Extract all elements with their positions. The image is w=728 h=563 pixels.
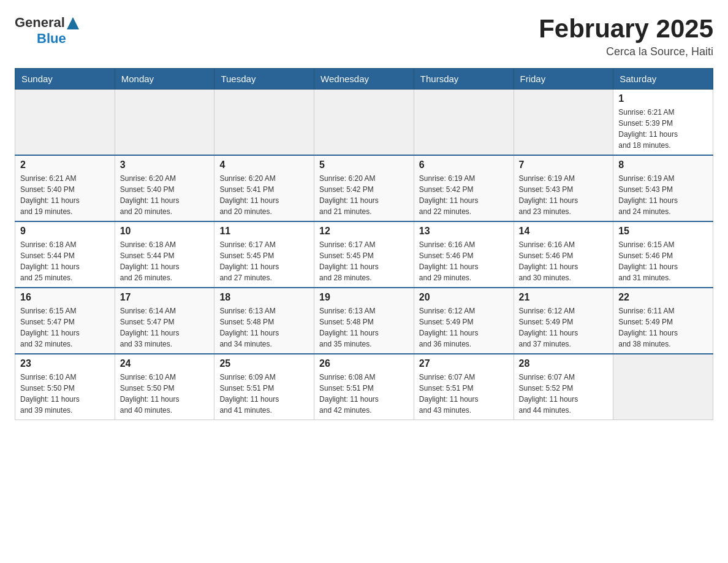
calendar-cell: 2Sunrise: 6:21 AM Sunset: 5:40 PM Daylig… (15, 155, 115, 221)
day-info: Sunrise: 6:16 AM Sunset: 5:46 PM Dayligh… (419, 239, 509, 283)
day-number: 7 (519, 159, 609, 170)
day-number: 9 (20, 226, 110, 237)
calendar-cell: 6Sunrise: 6:19 AM Sunset: 5:42 PM Daylig… (414, 155, 514, 221)
day-number: 23 (20, 358, 110, 369)
day-info: Sunrise: 6:13 AM Sunset: 5:48 PM Dayligh… (319, 305, 409, 350)
day-info: Sunrise: 6:08 AM Sunset: 5:51 PM Dayligh… (319, 372, 409, 416)
calendar-cell: 16Sunrise: 6:15 AM Sunset: 5:47 PM Dayli… (15, 288, 115, 354)
day-number: 6 (419, 159, 509, 170)
calendar-cell (514, 90, 613, 156)
calendar-week-row: 16Sunrise: 6:15 AM Sunset: 5:47 PM Dayli… (15, 288, 713, 354)
day-info: Sunrise: 6:15 AM Sunset: 5:47 PM Dayligh… (20, 305, 110, 350)
logo: General Blue (15, 15, 79, 47)
calendar-cell: 15Sunrise: 6:15 AM Sunset: 5:46 PM Dayli… (613, 221, 713, 288)
day-number: 17 (120, 292, 210, 303)
calendar-week-row: 2Sunrise: 6:21 AM Sunset: 5:40 PM Daylig… (15, 155, 713, 221)
day-number: 15 (618, 226, 708, 237)
day-header-saturday: Saturday (613, 69, 713, 90)
day-info: Sunrise: 6:13 AM Sunset: 5:48 PM Dayligh… (219, 305, 309, 350)
day-number: 16 (20, 292, 110, 303)
day-number: 18 (219, 292, 309, 303)
calendar-table: SundayMondayTuesdayWednesdayThursdayFrid… (15, 68, 713, 420)
page-header: General Blue February 2025 Cerca la Sour… (15, 15, 713, 58)
calendar-cell: 12Sunrise: 6:17 AM Sunset: 5:45 PM Dayli… (314, 221, 414, 288)
day-info: Sunrise: 6:10 AM Sunset: 5:50 PM Dayligh… (120, 372, 210, 416)
calendar-cell (414, 90, 514, 156)
calendar-cell: 5Sunrise: 6:20 AM Sunset: 5:42 PM Daylig… (314, 155, 414, 221)
calendar-cell: 20Sunrise: 6:12 AM Sunset: 5:49 PM Dayli… (414, 288, 514, 354)
calendar-cell: 4Sunrise: 6:20 AM Sunset: 5:41 PM Daylig… (214, 155, 314, 221)
day-info: Sunrise: 6:20 AM Sunset: 5:42 PM Dayligh… (319, 173, 409, 217)
calendar-cell: 13Sunrise: 6:16 AM Sunset: 5:46 PM Dayli… (414, 221, 514, 288)
calendar-cell: 17Sunrise: 6:14 AM Sunset: 5:47 PM Dayli… (115, 288, 214, 354)
calendar-cell: 28Sunrise: 6:07 AM Sunset: 5:52 PM Dayli… (514, 354, 613, 420)
day-number: 27 (419, 358, 509, 369)
day-info: Sunrise: 6:18 AM Sunset: 5:44 PM Dayligh… (120, 239, 210, 283)
logo-blue-text: Blue (37, 31, 66, 47)
day-number: 21 (519, 292, 609, 303)
day-header-sunday: Sunday (15, 69, 115, 90)
day-header-thursday: Thursday (414, 69, 514, 90)
calendar-cell: 18Sunrise: 6:13 AM Sunset: 5:48 PM Dayli… (214, 288, 314, 354)
day-number: 20 (419, 292, 509, 303)
calendar-cell: 7Sunrise: 6:19 AM Sunset: 5:43 PM Daylig… (514, 155, 613, 221)
calendar-cell (314, 90, 414, 156)
day-info: Sunrise: 6:07 AM Sunset: 5:51 PM Dayligh… (419, 372, 509, 416)
calendar-cell: 23Sunrise: 6:10 AM Sunset: 5:50 PM Dayli… (15, 354, 115, 420)
day-info: Sunrise: 6:16 AM Sunset: 5:46 PM Dayligh… (519, 239, 609, 283)
day-number: 3 (120, 159, 210, 170)
calendar-week-row: 9Sunrise: 6:18 AM Sunset: 5:44 PM Daylig… (15, 221, 713, 288)
day-info: Sunrise: 6:21 AM Sunset: 5:40 PM Dayligh… (20, 173, 110, 217)
day-info: Sunrise: 6:12 AM Sunset: 5:49 PM Dayligh… (519, 305, 609, 350)
day-number: 12 (319, 226, 409, 237)
calendar-week-row: 1Sunrise: 6:21 AM Sunset: 5:39 PM Daylig… (15, 90, 713, 156)
day-header-monday: Monday (115, 69, 214, 90)
day-info: Sunrise: 6:20 AM Sunset: 5:41 PM Dayligh… (219, 173, 309, 217)
day-info: Sunrise: 6:11 AM Sunset: 5:49 PM Dayligh… (618, 305, 708, 350)
calendar-week-row: 23Sunrise: 6:10 AM Sunset: 5:50 PM Dayli… (15, 354, 713, 420)
day-number: 19 (319, 292, 409, 303)
day-info: Sunrise: 6:14 AM Sunset: 5:47 PM Dayligh… (120, 305, 210, 350)
calendar-cell: 27Sunrise: 6:07 AM Sunset: 5:51 PM Dayli… (414, 354, 514, 420)
day-info: Sunrise: 6:19 AM Sunset: 5:43 PM Dayligh… (519, 173, 609, 217)
calendar-cell: 1Sunrise: 6:21 AM Sunset: 5:39 PM Daylig… (613, 90, 713, 156)
calendar-cell: 9Sunrise: 6:18 AM Sunset: 5:44 PM Daylig… (15, 221, 115, 288)
day-info: Sunrise: 6:12 AM Sunset: 5:49 PM Dayligh… (419, 305, 509, 350)
day-info: Sunrise: 6:17 AM Sunset: 5:45 PM Dayligh… (319, 239, 409, 283)
day-number: 2 (20, 159, 110, 170)
calendar-cell: 11Sunrise: 6:17 AM Sunset: 5:45 PM Dayli… (214, 221, 314, 288)
day-info: Sunrise: 6:18 AM Sunset: 5:44 PM Dayligh… (20, 239, 110, 283)
calendar-cell (214, 90, 314, 156)
day-header-tuesday: Tuesday (214, 69, 314, 90)
day-number: 1 (618, 93, 708, 104)
day-info: Sunrise: 6:07 AM Sunset: 5:52 PM Dayligh… (519, 372, 609, 416)
day-number: 14 (519, 226, 609, 237)
day-number: 25 (219, 358, 309, 369)
day-number: 5 (319, 159, 409, 170)
calendar-cell: 3Sunrise: 6:20 AM Sunset: 5:40 PM Daylig… (115, 155, 214, 221)
calendar-cell (115, 90, 214, 156)
day-info: Sunrise: 6:17 AM Sunset: 5:45 PM Dayligh… (219, 239, 309, 283)
calendar-header-row: SundayMondayTuesdayWednesdayThursdayFrid… (15, 69, 713, 90)
day-info: Sunrise: 6:21 AM Sunset: 5:39 PM Dayligh… (618, 107, 708, 151)
day-header-wednesday: Wednesday (314, 69, 414, 90)
day-info: Sunrise: 6:19 AM Sunset: 5:42 PM Dayligh… (419, 173, 509, 217)
day-info: Sunrise: 6:19 AM Sunset: 5:43 PM Dayligh… (618, 173, 708, 217)
title-area: February 2025 Cerca la Source, Haiti (539, 15, 713, 58)
day-number: 22 (618, 292, 708, 303)
calendar-cell (15, 90, 115, 156)
calendar-cell: 26Sunrise: 6:08 AM Sunset: 5:51 PM Dayli… (314, 354, 414, 420)
calendar-cell: 14Sunrise: 6:16 AM Sunset: 5:46 PM Dayli… (514, 221, 613, 288)
month-title: February 2025 (539, 15, 713, 43)
day-info: Sunrise: 6:09 AM Sunset: 5:51 PM Dayligh… (219, 372, 309, 416)
calendar-cell: 10Sunrise: 6:18 AM Sunset: 5:44 PM Dayli… (115, 221, 214, 288)
calendar-cell: 21Sunrise: 6:12 AM Sunset: 5:49 PM Dayli… (514, 288, 613, 354)
day-number: 26 (319, 358, 409, 369)
day-number: 28 (519, 358, 609, 369)
location: Cerca la Source, Haiti (539, 45, 713, 58)
day-number: 10 (120, 226, 210, 237)
day-number: 11 (219, 226, 309, 237)
day-number: 13 (419, 226, 509, 237)
day-info: Sunrise: 6:10 AM Sunset: 5:50 PM Dayligh… (20, 372, 110, 416)
calendar-cell: 22Sunrise: 6:11 AM Sunset: 5:49 PM Dayli… (613, 288, 713, 354)
